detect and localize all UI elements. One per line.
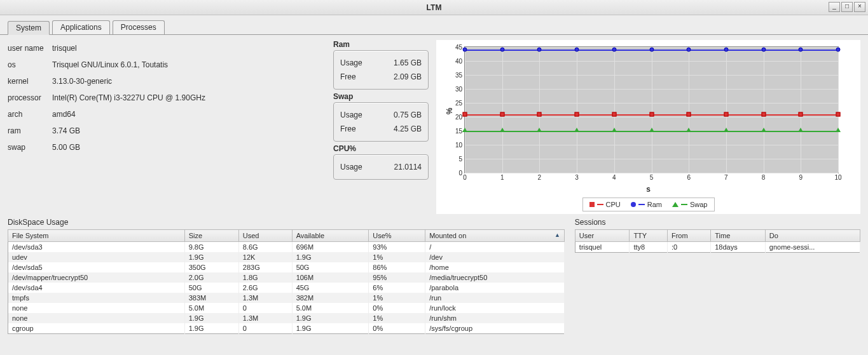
chart-point: [761, 128, 766, 132]
chart-plot-area: 051015202530354045 012345678910: [464, 46, 839, 173]
chart-point: [649, 48, 654, 52]
chart-point: [500, 112, 504, 116]
table-row[interactable]: none1.9G1.3M1.9G1%/run/shm: [8, 313, 565, 323]
bottom-row: DiskSpace Usage File SystemSizeUsedAvail…: [8, 217, 860, 350]
sessions-col-header[interactable]: Do: [765, 230, 860, 242]
table-row[interactable]: udev1.9G12K1.9G1%/dev: [8, 252, 565, 262]
chart-point: [575, 48, 579, 52]
ram-box: Usage1.65 GB Free2.09 GB: [333, 50, 429, 90]
cpu-box: Usage21.0114: [333, 154, 429, 180]
chart-point: [724, 112, 728, 116]
disk-col-header[interactable]: Available: [292, 230, 369, 242]
ram-free-value: 2.09 GB: [394, 72, 422, 81]
swap-usage-label: Usage: [340, 111, 362, 119]
minimize-button[interactable]: _: [829, 2, 840, 12]
table-row[interactable]: /dev/sda39.8G8.6G696M93%/: [8, 242, 565, 253]
ram-metric: Ram Usage1.65 GB Free2.09 GB: [333, 40, 429, 90]
swap-title: Swap: [333, 92, 429, 101]
sessions-col-header[interactable]: From: [667, 230, 710, 242]
chart-point: [462, 128, 467, 132]
chart-point: [724, 48, 728, 52]
chart-point: [612, 112, 616, 116]
tab-applications[interactable]: Applications: [52, 20, 110, 34]
maximize-button[interactable]: □: [841, 2, 853, 12]
swap-free-value: 4.25 GB: [394, 124, 422, 133]
chart-x-label: s: [439, 185, 858, 194]
tab-bar: SystemApplicationsProcesses: [0, 15, 868, 35]
cpu-usage-value: 21.0114: [394, 163, 422, 171]
chart-legend: CPURamSwap: [582, 198, 715, 211]
disk-col-header[interactable]: Used: [238, 230, 292, 242]
chart-point: [537, 48, 542, 52]
cpu-usage-label: Usage: [340, 163, 362, 171]
table-row[interactable]: none5.0M05.0M0%/run/lock: [8, 303, 565, 313]
chart-point: [761, 112, 766, 116]
disk-col-header[interactable]: Size: [184, 230, 238, 242]
chart-point: [537, 112, 542, 116]
ram-usage-label: Usage: [340, 58, 362, 67]
sessions-panel: Sessions UserTTYFromTimeDo trisqueltty8:…: [575, 217, 860, 350]
chart-point: [761, 48, 766, 52]
window-title: LTM: [427, 3, 442, 12]
sysinfo-label: swap: [8, 143, 52, 152]
sysinfo-row: user nametrisquel: [8, 40, 326, 57]
sysinfo-value: trisquel: [52, 44, 77, 53]
chart-point: [798, 128, 803, 132]
sessions-col-header[interactable]: User: [575, 230, 630, 242]
sysinfo-row: archamd64: [8, 106, 326, 123]
sessions-title: Sessions: [575, 217, 860, 229]
table-row[interactable]: tmpfs383M1.3M382M1%/run: [8, 293, 565, 303]
sessions-col-header[interactable]: TTY: [630, 230, 668, 242]
table-row[interactable]: /dev/sda450G2.6G45G6%/parabola: [8, 283, 565, 293]
disk-panel: DiskSpace Usage File SystemSizeUsedAvail…: [8, 217, 565, 350]
sessions-table[interactable]: UserTTYFromTimeDo trisqueltty8:018daysgn…: [575, 229, 860, 253]
chart-point: [649, 128, 654, 132]
sysinfo-row: processorIntel(R) Core(TM) i3-3227U CPU …: [8, 90, 326, 106]
disk-col-header[interactable]: File System: [8, 230, 185, 242]
legend-item: Ram: [631, 201, 662, 208]
app-window: LTM _ □ × SystemApplicationsProcesses us…: [0, 0, 868, 355]
sysinfo-row: kernel3.13.0-30-generic: [8, 73, 326, 90]
chart-point: [612, 128, 617, 132]
table-row[interactable]: cgroup1.9G01.9G0%/sys/fs/cgroup: [8, 323, 565, 334]
chart-point: [686, 128, 691, 132]
sysinfo-label: ram: [8, 126, 52, 135]
sessions-col-header[interactable]: Time: [711, 230, 766, 242]
chart-point: [799, 112, 803, 116]
chart-point: [575, 112, 579, 116]
sysinfo-value: amd64: [52, 110, 76, 119]
disk-col-header[interactable]: Mounted on▲: [425, 230, 565, 242]
chart-point: [687, 112, 691, 116]
sysinfo-value: 3.13.0-30-generic: [52, 77, 112, 86]
sysinfo-row: swap5.00 GB: [8, 139, 326, 156]
cpu-metric: CPU% Usage21.0114: [333, 144, 429, 180]
swap-free-label: Free: [340, 124, 356, 133]
tab-processes[interactable]: Processes: [113, 20, 165, 34]
chart-point: [649, 112, 654, 116]
disk-table[interactable]: File SystemSizeUsedAvailableUse%Mounted …: [8, 229, 565, 334]
chart-point: [799, 48, 803, 52]
usage-chart: % 051015202530354045 012345678910 s CPUR…: [436, 40, 860, 214]
disk-col-header[interactable]: Use%: [369, 230, 425, 242]
chart-point: [836, 128, 841, 132]
swap-box: Usage0.75 GB Free4.25 GB: [333, 102, 429, 142]
system-info: user nametrisquelosTrisquel GNU/Linux 6.…: [8, 40, 326, 214]
sysinfo-label: user name: [8, 44, 52, 53]
window-controls: _ □ ×: [829, 2, 865, 12]
chart-point: [687, 48, 691, 52]
sysinfo-value: 3.74 GB: [52, 126, 80, 135]
table-row[interactable]: trisqueltty8:018daysgnome-sessi...: [575, 242, 860, 253]
close-button[interactable]: ×: [854, 2, 865, 12]
ram-title: Ram: [333, 40, 429, 49]
chart-point: [500, 128, 505, 132]
ram-usage-value: 1.65 GB: [394, 58, 422, 67]
chart-point: [463, 112, 467, 116]
sysinfo-value: 5.00 GB: [52, 143, 80, 152]
table-row[interactable]: /dev/mapper/truecrypt502.0G1.8G106M95%/m…: [8, 272, 565, 283]
tab-system[interactable]: System: [8, 21, 50, 35]
sysinfo-row: osTrisquel GNU/Linux 6.0.1, Toutatis: [8, 57, 326, 73]
titlebar[interactable]: LTM _ □ ×: [0, 0, 868, 15]
content-area: user nametrisquelosTrisquel GNU/Linux 6.…: [0, 35, 868, 355]
cpu-title: CPU%: [333, 144, 429, 153]
table-row[interactable]: /dev/sda5350G283G50G86%/home: [8, 262, 565, 272]
